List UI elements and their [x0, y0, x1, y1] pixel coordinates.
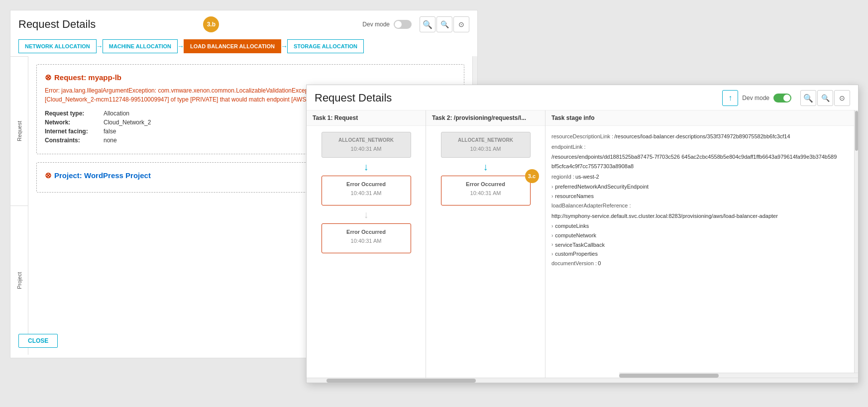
expand-arrow-resourcenames: ›	[551, 192, 553, 201]
zoom-buttons-overlay: 🔍 🔍 ⊙	[800, 90, 850, 106]
zoom-in-btn-outer[interactable]: 🔍	[420, 16, 435, 32]
info-value-network: Cloud_Network_2	[104, 119, 151, 126]
task1-box-error2: Error Occurred 10:40:31 AM	[322, 223, 411, 253]
stage-scrollbar[interactable]	[854, 110, 858, 377]
stage-val-region: us-west-2	[575, 172, 599, 182]
expand-label-computelinks: computeLinks	[555, 221, 589, 231]
error-icon-project: ⊗	[45, 171, 51, 180]
stage-line-lbar: loadBalancerAdapterReference : http://sy…	[551, 201, 852, 220]
dev-mode-toggle-overlay[interactable]	[773, 94, 791, 102]
annotation-3c: 3.c	[525, 169, 539, 183]
dev-mode-label-outer: Dev mode	[362, 21, 390, 28]
overlay-scroll-x[interactable]	[307, 378, 858, 383]
pipeline-bar: NETWORK ALLOCATION → MACHINE ALLOCATION …	[10, 36, 477, 56]
pipeline-step-network[interactable]: NETWORK ALLOCATION	[18, 39, 97, 53]
task2-gray-time: 10:40:31 AM	[445, 146, 526, 152]
project-card-title-text: Project: WordPress Project	[54, 171, 151, 180]
expand-label-servicetask: serviceTaskCallback	[555, 240, 605, 250]
dev-mode-label-overlay: Dev mode	[742, 95, 769, 102]
task1-column: Task 1: Request ALLOCATE_NETWORK 10:40:3…	[307, 110, 426, 378]
expand-resourcenames[interactable]: › resourceNames	[551, 192, 852, 201]
expand-arrow-computenetwork: ›	[551, 231, 553, 240]
task2-error-title: Error Occurred	[445, 181, 526, 187]
task1-box-gray: ALLOCATE_NETWORK 10:40:31 AM	[322, 132, 411, 158]
left-labels: Request Project	[10, 56, 28, 355]
info-label-type: Request type:	[45, 110, 100, 117]
overlay-scroll-thumb1	[326, 379, 476, 383]
info-label-internet: Internet facing:	[45, 128, 100, 135]
pipeline-step-lb-label: LOAD BALANCER ALLOCATION	[190, 43, 275, 49]
expand-label-preferred: preferredNetworkAndSecurityEndpoint	[555, 182, 649, 192]
stage-val-rdl: /resources/load-balancer-descriptions/35…	[614, 132, 790, 141]
pipeline-arrow-1: →	[96, 42, 103, 50]
task1-header: Task 1: Request	[307, 110, 426, 126]
info-label-network: Network:	[45, 119, 100, 126]
zoom-reset-icon-outer: ⊙	[458, 20, 464, 28]
outer-header: Request Details 3.b Dev mode 🔍 🔍 ⊙	[10, 10, 477, 36]
zoom-in-icon-outer: 🔍	[423, 20, 433, 29]
task2-gray-title: ALLOCATE_NETWORK	[445, 137, 526, 143]
zoom-reset-icon-overlay: ⊙	[839, 94, 845, 102]
info-value-internet: false	[104, 128, 116, 135]
expand-preferred[interactable]: › preferredNetworkAndSecurityEndpoint	[551, 182, 852, 192]
overlay-panel: Request Details ↑ Dev mode 🔍 🔍 ⊙	[306, 85, 859, 383]
pipeline-step-machine-label: MACHINE ALLOCATION	[109, 43, 171, 49]
task1-error2-title: Error Occurred	[326, 229, 407, 235]
left-label-request: Request	[10, 56, 28, 205]
pipeline-step-network-label: NETWORK ALLOCATION	[25, 43, 90, 49]
close-button[interactable]: CLOSE	[18, 334, 58, 348]
overlay-content: Task 1: Request ALLOCATE_NETWORK 10:40:3…	[307, 110, 858, 378]
dev-mode-area: Dev mode	[362, 20, 412, 29]
stage-key-region: regionId :	[551, 172, 574, 182]
overlay-header: Request Details ↑ Dev mode 🔍 🔍 ⊙	[307, 85, 858, 110]
stage-scroll-x-thumb	[619, 374, 719, 378]
upload-icon: ↑	[728, 94, 732, 102]
stage-info-header: Task stage info	[545, 110, 858, 126]
task1-arrow-2: ↓	[364, 209, 369, 219]
info-label-constraints: Constraints:	[45, 137, 100, 144]
task2-box-error: Error Occurred 10:40:31 AM 3.c	[441, 176, 531, 205]
expand-label-computenetwork: computeNetwork	[555, 231, 596, 240]
task1-gray-title: ALLOCATE_NETWORK	[326, 137, 407, 143]
stage-val-docver: 0	[598, 259, 601, 268]
expand-servicetask[interactable]: › serviceTaskCallback	[551, 240, 852, 250]
zoom-out-btn-outer[interactable]: 🔍	[436, 16, 452, 32]
stage-info-column: Task stage info resourceDescriptionLink …	[545, 110, 858, 378]
stage-info-body[interactable]: resourceDescriptionLink : /resources/loa…	[545, 126, 858, 378]
task1-body[interactable]: ALLOCATE_NETWORK 10:40:31 AM ↓ Error Occ…	[307, 126, 426, 378]
request-card-title: ⊗ Request: myapp-lb	[45, 73, 456, 82]
expand-computenetwork[interactable]: › computeNetwork	[551, 231, 852, 240]
annotation-3b: 3.b	[203, 16, 219, 32]
page-wrapper: Request Details 3.b Dev mode 🔍 🔍 ⊙	[0, 0, 868, 407]
expand-label-custom: customProperties	[555, 249, 598, 259]
expand-custom[interactable]: › customProperties	[551, 249, 852, 259]
expand-arrow-servicetask: ›	[551, 240, 553, 249]
zoom-in-btn-overlay[interactable]: 🔍	[800, 90, 816, 106]
pipeline-step-machine[interactable]: MACHINE ALLOCATION	[103, 39, 178, 53]
zoom-out-btn-overlay[interactable]: 🔍	[817, 90, 833, 106]
task1-gray-time: 10:40:31 AM	[326, 146, 407, 152]
task2-error-time: 10:40:31 AM	[445, 190, 526, 196]
stage-line-region: regionId : us-west-2	[551, 172, 852, 182]
dev-mode-toggle-outer[interactable]	[394, 20, 412, 29]
expand-computelinks[interactable]: › computeLinks	[551, 221, 852, 231]
zoom-reset-btn-outer[interactable]: ⊙	[453, 16, 469, 32]
pipeline-step-storage[interactable]: STORAGE ALLOCATION	[287, 39, 364, 53]
zoom-in-icon-overlay: 🔍	[803, 94, 813, 103]
zoom-reset-btn-overlay[interactable]: ⊙	[834, 90, 850, 106]
task2-header: Task 2: /provisioning/requests/l...	[426, 110, 545, 126]
request-card-title-text: Request: myapp-lb	[54, 73, 121, 82]
stage-key-el: endpointLink :	[551, 142, 586, 152]
annotation-3b-label: 3.b	[207, 21, 216, 28]
pipeline-arrow-3: →	[281, 42, 288, 50]
stage-scroll-x[interactable]	[619, 373, 858, 378]
upload-btn[interactable]: ↑	[722, 90, 738, 106]
pipeline-step-storage-label: STORAGE ALLOCATION	[294, 43, 357, 49]
stage-key-lbar: loadBalancerAdapterReference :	[551, 201, 631, 210]
outer-title: Request Details	[18, 18, 96, 31]
pipeline-arrow-2: →	[177, 42, 184, 50]
task2-body[interactable]: ALLOCATE_NETWORK 10:40:31 AM ↓ Error Occ…	[426, 126, 545, 378]
expand-label-resourcenames: resourceNames	[555, 192, 594, 201]
pipeline-step-loadbalancer[interactable]: LOAD BALANCER ALLOCATION	[184, 39, 281, 53]
task2-box-gray: ALLOCATE_NETWORK 10:40:31 AM	[441, 132, 531, 158]
